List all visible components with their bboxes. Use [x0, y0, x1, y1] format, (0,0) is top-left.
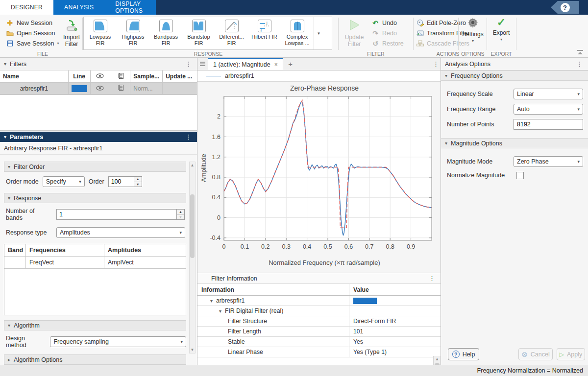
titlebar: DESIGNER ANALYSIS DISPLAY OPTIONS ?: [0, 0, 588, 15]
zero-phase-response-plot[interactable]: 00.10.20.30.40.50.60.70.80.9-0.400.40.81…: [200, 94, 437, 257]
spin-up-icon[interactable]: ▲: [134, 177, 142, 182]
redo-button[interactable]: ↷ Redo: [369, 28, 406, 38]
algorithm-section[interactable]: ▾Algorithm: [4, 320, 186, 330]
help-button[interactable]: ? Help: [448, 348, 479, 360]
chevron-down-icon: ▾: [472, 39, 474, 43]
cancel-button[interactable]: ⊗ Cancel: [518, 348, 553, 360]
col-line[interactable]: Line: [69, 70, 91, 82]
bands-spinbox: ▲▼: [56, 209, 185, 220]
tab-designer[interactable]: DESIGNER: [0, 0, 53, 15]
info-row-filter[interactable]: ▾arbrespfir1: [197, 296, 441, 306]
svg-text:j: j: [266, 21, 268, 25]
collapse-triangle-icon[interactable]: ▾: [4, 134, 6, 140]
scrollbar-thumb[interactable]: [190, 194, 195, 258]
frequency-options-section[interactable]: ▾Frequency Options: [441, 70, 588, 81]
normalize-magnitude-checkbox[interactable]: [516, 172, 524, 179]
close-icon[interactable]: ×: [274, 61, 278, 68]
help-button[interactable]: ?: [551, 1, 579, 14]
filter-information-menu-icon[interactable]: ⋮: [427, 275, 437, 282]
svg-text:×: ×: [418, 21, 420, 24]
ampl-vector-cell[interactable]: AmplVect: [104, 257, 185, 268]
chevron-down-icon[interactable]: ▾: [57, 41, 59, 46]
col-name[interactable]: Name: [0, 70, 69, 82]
collapse-triangle-icon[interactable]: ▾: [4, 61, 6, 67]
spin-down-icon[interactable]: ▼: [134, 182, 142, 187]
note-icon: [117, 73, 123, 80]
svg-text:0: 0: [222, 243, 226, 250]
scroll-up-icon[interactable]: ▲: [434, 356, 441, 362]
svg-text:0.3: 0.3: [282, 243, 291, 250]
frequency-range-dropdown[interactable]: Auto ▾: [514, 104, 583, 115]
filter-order-section[interactable]: ▾Filter Order: [4, 162, 186, 172]
frequency-scale-dropdown[interactable]: Linear ▾: [514, 89, 583, 99]
filter-row-arbrespfir1[interactable]: arbrespfir1 Norm...: [0, 83, 197, 94]
figure-area[interactable]: Zero-Phase Response Amplitude 00.10.20.3…: [197, 82, 441, 273]
bandstop-fir-button[interactable]: Bandstop FIR: [182, 17, 215, 49]
parameters-subtitle: Arbitrary Response FIR - arbrespfir1: [0, 142, 197, 155]
design-method-dropdown[interactable]: Frequency sampling ▾: [50, 336, 186, 347]
col-update[interactable]: Update ...: [163, 70, 197, 82]
update-filter-button[interactable]: Update Filter: [340, 17, 368, 48]
spin-down-icon[interactable]: ▼: [177, 215, 184, 220]
tab-display-options[interactable]: DISPLAY OPTIONS: [104, 0, 156, 15]
analysis-options-header: Analysis Options ⋮: [441, 58, 588, 70]
line-color-cell[interactable]: [69, 83, 91, 94]
col-visibility[interactable]: [91, 70, 111, 82]
hilbert-fir-button[interactable]: j-j Hilbert FIR: [248, 17, 281, 49]
info-row-fir-digital[interactable]: ▾FIR Digital Filter (real): [197, 306, 441, 316]
scroll-down-icon[interactable]: ▼: [190, 347, 195, 353]
sample-mode-value[interactable]: Norm...: [130, 83, 163, 94]
tab-list-icon[interactable]: [197, 58, 208, 70]
settings-button[interactable]: Settings ▾: [459, 15, 487, 43]
new-tab-button[interactable]: +: [283, 58, 298, 70]
collapse-ribbon-button[interactable]: [576, 49, 584, 55]
number-of-points-input[interactable]: [514, 119, 583, 130]
complex-lowpass-fir-button[interactable]: Complex Lowpas ...: [281, 17, 314, 49]
tab-analysis[interactable]: ANALYSIS: [53, 0, 104, 15]
order-mode-label: Order mode: [6, 178, 39, 185]
update-mode-cell[interactable]: [163, 83, 197, 94]
info-row-length[interactable]: Filter Length 101: [197, 327, 441, 337]
svg-text:0.1: 0.1: [241, 243, 249, 250]
col-annotation[interactable]: [110, 70, 130, 82]
info-row-stable[interactable]: Stable Yes: [197, 337, 441, 347]
info-row-structure[interactable]: Filter Structure Direct-Form FIR: [197, 316, 441, 327]
parameters-menu-icon[interactable]: ⋮: [184, 133, 193, 141]
ribbon-group-options: Settings ▾ OPTIONS: [459, 15, 487, 58]
highpass-fir-button[interactable]: Highpass FIR: [117, 17, 149, 49]
filters-menu-icon[interactable]: ⋮: [184, 60, 193, 68]
restore-button[interactable]: ↺ Restore: [369, 38, 406, 48]
algorithm-options-section[interactable]: ▸ Algorithm Options: [4, 354, 186, 365]
figure-menu-icon[interactable]: ⋮: [431, 60, 441, 68]
expand-triangle-icon[interactable]: ▾: [210, 298, 213, 304]
bandpass-fir-button[interactable]: Bandpass FIR: [149, 17, 182, 49]
lowpass-fir-button[interactable]: Lowpass FIR: [84, 17, 117, 49]
info-row-linear-phase[interactable]: Linear Phase Yes (Type 1): [197, 347, 441, 357]
undo-button[interactable]: ↶ Undo: [369, 18, 406, 28]
number-of-bands-input[interactable]: [56, 209, 176, 220]
file-group-label: FILE: [4, 51, 81, 57]
apply-button[interactable]: ▷ Apply: [557, 348, 585, 360]
differentiator-fir-button[interactable]: Different... FIR: [215, 17, 248, 49]
analysis-options-menu-icon[interactable]: ⋮: [575, 60, 584, 68]
gallery-expand-button[interactable]: ▾: [314, 17, 323, 49]
response-section[interactable]: ▾Response: [4, 193, 186, 203]
import-filter-button[interactable]: Import Filter: [60, 18, 83, 48]
order-mode-dropdown[interactable]: Specify ▾: [43, 176, 85, 187]
expand-triangle-icon[interactable]: ▾: [219, 308, 221, 314]
export-button[interactable]: ✓ Export ▾: [488, 15, 515, 42]
magnitude-options-section[interactable]: ▾Magnitude Options: [441, 138, 588, 148]
response-type-dropdown[interactable]: Amplitudes ▾: [56, 227, 185, 238]
magnitude-mode-dropdown[interactable]: Zero Phase ▾: [514, 156, 583, 167]
order-input[interactable]: [108, 176, 134, 187]
col-sample[interactable]: Sample...: [130, 70, 163, 82]
band-table-row[interactable]: FreqVect AmplVect: [4, 257, 186, 269]
freq-vector-cell[interactable]: FreqVect: [26, 257, 104, 268]
spin-up-icon[interactable]: ▲: [177, 210, 184, 215]
visibility-toggle[interactable]: [91, 83, 111, 94]
annotation-button[interactable]: [110, 83, 130, 94]
tab-magnitude[interactable]: 1 (active): Magnitude ×: [208, 58, 283, 70]
parameters-scrollbar[interactable]: ▲ ▼: [189, 162, 196, 353]
transform-icon: [416, 29, 424, 37]
scroll-up-icon[interactable]: ▲: [190, 162, 195, 168]
